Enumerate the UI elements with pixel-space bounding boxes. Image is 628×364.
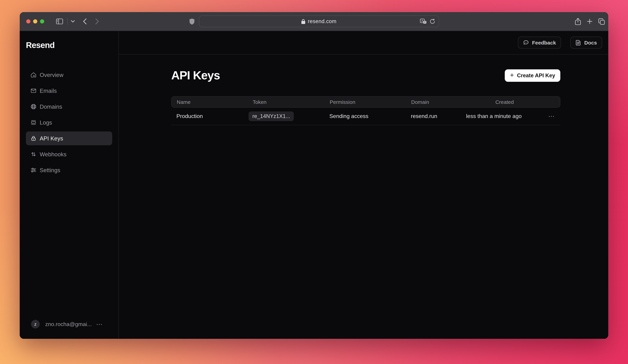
home-icon <box>30 72 37 78</box>
browser-window: resend.com A ✦ <box>20 12 608 339</box>
create-api-key-button[interactable]: + Create API Key <box>505 69 560 82</box>
feedback-icon <box>523 40 529 46</box>
column-header-name: Name <box>172 99 253 105</box>
sidebar-item-overview[interactable]: Overview <box>26 68 112 82</box>
arrows-up-down-icon <box>30 151 37 157</box>
sidebar: Resend Overview <box>20 31 119 339</box>
token-chip[interactable]: re_14NYz1X1... <box>248 112 294 121</box>
cell-name: Production <box>171 113 252 119</box>
column-header-permission: Permission <box>330 99 411 105</box>
back-icon[interactable] <box>83 18 87 24</box>
feedback-button[interactable]: Feedback <box>518 37 561 49</box>
plus-icon: + <box>510 72 514 78</box>
translate-icon[interactable]: A ✦ <box>420 19 426 24</box>
page-content: API Keys + Create API Key Name Token Per… <box>119 55 608 125</box>
sidebar-nav: Overview Emails <box>26 68 112 177</box>
chevron-down-icon[interactable] <box>71 20 75 23</box>
page-title: API Keys <box>171 69 220 82</box>
main-topbar: Feedback Docs <box>119 31 608 55</box>
docs-icon <box>576 40 581 46</box>
sidebar-item-api-keys[interactable]: API Keys <box>26 131 112 145</box>
share-icon[interactable] <box>575 18 581 25</box>
svg-text:A: A <box>421 19 423 23</box>
sidebar-item-domains[interactable]: Domains <box>26 100 112 114</box>
resend-logo: Resend <box>26 40 118 50</box>
sidebar-item-label: Settings <box>40 167 60 173</box>
sidebar-item-webhooks[interactable]: Webhooks <box>26 147 112 161</box>
sidebar-item-emails[interactable]: Emails <box>26 84 112 98</box>
avatar[interactable]: z <box>31 320 40 328</box>
docs-button[interactable]: Docs <box>570 37 602 49</box>
reload-icon[interactable] <box>429 19 435 24</box>
sidebar-item-label: API Keys <box>40 135 63 142</box>
cell-domain: resend.run <box>411 113 466 119</box>
globe-icon <box>30 104 37 110</box>
create-api-key-label: Create API Key <box>517 72 555 78</box>
cell-permission: Sending access <box>329 113 411 119</box>
account-row[interactable]: z zno.rocha@gmai... ⋯ <box>20 320 118 339</box>
svg-text:✦: ✦ <box>424 21 426 23</box>
address-bar[interactable]: resend.com A ✦ <box>199 15 439 27</box>
sidebar-toggle-icon[interactable] <box>56 18 63 24</box>
feedback-label: Feedback <box>532 40 556 46</box>
account-email: zno.rocha@gmai... <box>45 321 92 327</box>
row-actions-icon[interactable]: ⋯ <box>542 113 560 120</box>
new-tab-icon[interactable] <box>587 19 592 24</box>
sidebar-item-label: Domains <box>40 103 62 110</box>
url-text: resend.com <box>308 18 336 24</box>
table-row: Production re_14NYz1X1... Sending access… <box>171 108 560 125</box>
cell-created: less than a minute ago <box>466 113 542 119</box>
sidebar-item-label: Overview <box>40 72 64 78</box>
forward-icon[interactable] <box>95 18 99 24</box>
privacy-shield-icon[interactable] <box>189 18 194 25</box>
main-panel: Feedback Docs API Keys <box>119 31 608 339</box>
sidebar-item-logs[interactable]: Logs <box>26 116 112 129</box>
docs-label: Docs <box>584 40 597 46</box>
column-header-token: Token <box>253 99 330 105</box>
mail-icon <box>30 88 37 94</box>
sidebar-item-label: Webhooks <box>40 151 67 158</box>
column-header-domain: Domain <box>411 99 467 105</box>
lock-icon <box>30 135 37 141</box>
table-header: Name Token Permission Domain Created <box>171 96 560 108</box>
api-keys-table: Name Token Permission Domain Created Pro… <box>171 96 560 125</box>
sidebar-item-settings[interactable]: Settings <box>26 163 112 177</box>
minimize-window-button[interactable] <box>33 19 37 23</box>
account-more-icon[interactable]: ⋯ <box>96 320 102 328</box>
sliders-icon <box>30 167 37 173</box>
tab-overview-icon[interactable] <box>598 18 605 25</box>
lock-icon <box>301 19 305 24</box>
logs-icon <box>30 119 37 125</box>
sidebar-item-label: Logs <box>40 119 52 126</box>
zoom-window-button[interactable] <box>40 19 44 23</box>
app-root: Resend Overview <box>20 31 608 339</box>
sidebar-item-label: Emails <box>40 87 57 94</box>
close-window-button[interactable] <box>26 19 30 23</box>
column-header-created: Created <box>467 99 543 105</box>
browser-toolbar: resend.com A ✦ <box>20 12 608 31</box>
toolbar-divider <box>67 18 68 25</box>
